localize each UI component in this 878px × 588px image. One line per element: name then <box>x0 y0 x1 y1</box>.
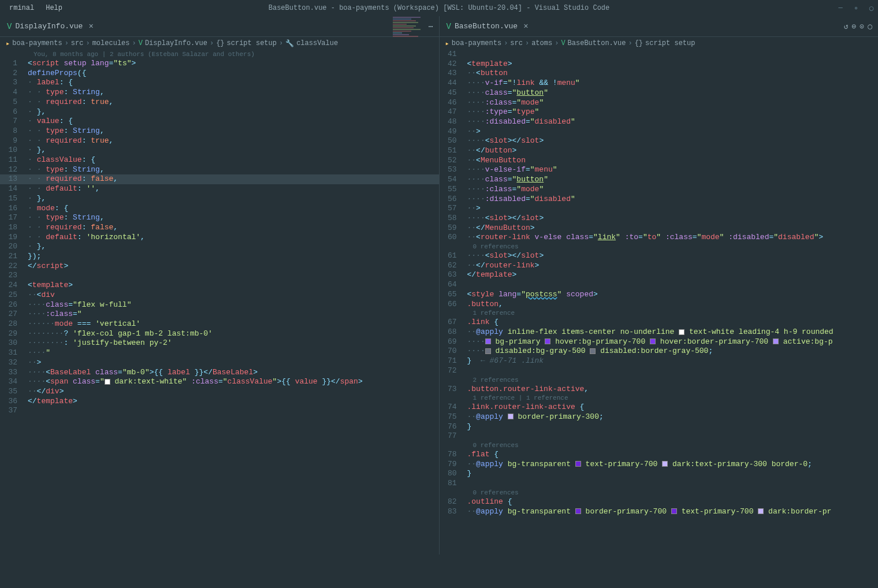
line-content[interactable]: .link.router-link-active { <box>467 403 879 412</box>
code-line[interactable]: 33····<BaseLabel class="mb-0">{{ label }… <box>0 368 439 378</box>
code-line[interactable]: 51··</button> <box>440 146 879 156</box>
code-line[interactable]: 32··> <box>0 358 439 368</box>
crumb-src[interactable]: src <box>71 39 84 47</box>
code-line[interactable]: 16· mode: { <box>0 204 439 214</box>
code-line[interactable]: 76} <box>440 422 879 432</box>
code-line[interactable]: 72 <box>440 366 879 376</box>
line-content[interactable]: .flat { <box>467 450 879 460</box>
line-content[interactable]: ····<slot></slot> <box>467 214 879 224</box>
code-line[interactable]: 21}); <box>0 252 439 262</box>
line-content[interactable]: · }, <box>28 194 439 204</box>
crumb-molecules[interactable]: molecules <box>92 39 130 47</box>
close-icon[interactable]: ◯ <box>869 4 873 13</box>
crumb-file[interactable]: DisplayInfo.vue <box>145 39 207 47</box>
line-content[interactable] <box>467 431 879 441</box>
code-line[interactable]: 50····<slot></slot> <box>440 136 879 146</box>
line-content[interactable]: ··> <box>467 127 879 137</box>
code-line[interactable]: 43··<button <box>440 69 879 79</box>
code-line[interactable]: 14· · default: '', <box>0 184 439 194</box>
codelens-references[interactable]: 1 reference | 1 reference <box>440 394 879 403</box>
line-content[interactable]: } ← #67-71 .link <box>467 356 879 366</box>
code-line[interactable]: 10· }, <box>0 146 439 155</box>
code-line[interactable]: 24<template> <box>0 281 439 291</box>
line-content[interactable]: · · type: String, <box>28 126 439 136</box>
line-content[interactable]: · label: { <box>28 78 439 88</box>
line-content[interactable]: · · required: false, <box>28 174 439 184</box>
line-content[interactable]: </template> <box>467 270 879 280</box>
line-content[interactable]: <template> <box>467 59 879 69</box>
line-content[interactable]: ··@apply bg-transparent border-primary-7… <box>467 507 879 517</box>
line-content[interactable]: ····class="button" <box>467 88 879 98</box>
code-line[interactable]: 17· · type: String, <box>0 213 439 223</box>
code-line[interactable]: 48····:disabled="disabled" <box>440 117 879 127</box>
code-line[interactable]: 1<script setup lang="ts"> <box>0 59 439 69</box>
code-line[interactable]: 42<template> <box>440 59 879 69</box>
code-line[interactable]: 56····:disabled="disabled" <box>440 195 879 204</box>
crumb-atoms[interactable]: atoms <box>531 39 552 47</box>
tab-close-icon[interactable]: × <box>523 22 528 31</box>
timeline-icon[interactable]: ↺ <box>844 22 849 31</box>
line-content[interactable]: ····<span class=" dark:text-white" :clas… <box>28 377 439 387</box>
line-content[interactable]: ····:disabled="disabled" <box>467 195 879 204</box>
code-line[interactable]: 60··<router-link v-else class="link" :to… <box>440 233 879 243</box>
line-content[interactable]: · · required: false, <box>28 223 439 233</box>
code-line[interactable]: 58····<slot></slot> <box>440 214 879 224</box>
code-line[interactable]: 52··<MenuButton <box>440 156 879 166</box>
menu-help[interactable]: Help <box>41 3 67 13</box>
line-content[interactable]: ····:class="mode" <box>467 98 879 108</box>
code-line[interactable]: 31····" <box>0 348 439 358</box>
code-line[interactable]: 34····<span class=" dark:text-white" :cl… <box>0 377 439 387</box>
code-line[interactable]: 68··@apply inline-flex items-center no-u… <box>440 328 879 337</box>
crumb-file[interactable]: BaseButton.vue <box>568 39 626 47</box>
code-line[interactable]: 7· value: { <box>0 117 439 126</box>
code-line[interactable]: 57··> <box>440 204 879 214</box>
more-icon[interactable]: ◯ <box>868 22 872 31</box>
line-content[interactable]: · }, <box>28 146 439 155</box>
tab-basebutton[interactable]: V BaseButton.vue × <box>440 16 536 36</box>
code-line[interactable]: 26····class="flex w-full" <box>0 300 439 310</box>
breadcrumb-left[interactable]: ▸ boa-payments› src› molecules› V Displa… <box>0 37 439 50</box>
line-content[interactable]: .button.router-link-active, <box>467 385 879 395</box>
line-content[interactable]: ····v-if="!link && !menu" <box>467 79 879 88</box>
line-content[interactable]: ··<div <box>28 291 439 300</box>
code-line[interactable]: 23 <box>0 271 439 281</box>
code-line[interactable]: 82.outline { <box>440 497 879 507</box>
line-content[interactable]: ··</MenuButton> <box>467 224 879 233</box>
codelens-references[interactable]: 0 references <box>440 243 879 251</box>
code-line[interactable]: 5· · required: true, <box>0 98 439 107</box>
line-content[interactable] <box>467 366 879 376</box>
crumb-project[interactable]: boa-payments <box>452 39 501 47</box>
crumb-classvalue[interactable]: classValue <box>296 39 338 47</box>
code-line[interactable]: 45····class="button" <box>440 88 879 98</box>
code-line[interactable]: 29········? 'flex-col gap-1 mb-2 last:mb… <box>0 329 439 339</box>
code-line[interactable]: 65<style lang="postcss" scoped> <box>440 290 879 300</box>
line-content[interactable]: </script> <box>28 262 439 271</box>
code-line[interactable]: 8· · type: String, <box>0 126 439 136</box>
code-line[interactable]: 61····<slot></slot> <box>440 251 879 261</box>
code-line[interactable]: 13· · required: false, <box>0 174 439 184</box>
line-content[interactable]: ····<slot></slot> <box>467 251 879 261</box>
line-content[interactable]: ····" <box>28 348 439 358</box>
line-content[interactable]: ········? 'flex-col gap-1 mb-2 last:mb-0… <box>28 329 439 339</box>
crumb-symbol[interactable]: script setup <box>645 39 695 47</box>
line-content[interactable]: ····:type="type" <box>467 107 879 117</box>
line-content[interactable]: ··> <box>467 204 879 214</box>
line-content[interactable]: · mode: { <box>28 204 439 214</box>
code-line[interactable]: 81 <box>440 479 879 489</box>
crumb-project[interactable]: boa-payments <box>12 39 62 47</box>
code-line[interactable]: 80} <box>440 469 879 479</box>
line-content[interactable]: ··<MenuButton <box>467 156 879 166</box>
line-content[interactable]: ··> <box>28 358 439 368</box>
line-content[interactable]: ··<button <box>467 69 879 79</box>
codelens-references[interactable]: 1 reference <box>440 309 879 318</box>
code-line[interactable]: 12· · type: String, <box>0 165 439 175</box>
line-content[interactable]: · · required: true, <box>28 98 439 107</box>
code-line[interactable]: 37 <box>0 406 439 416</box>
code-line[interactable]: 79··@apply bg-transparent text-primary-7… <box>440 460 879 470</box>
line-content[interactable]: ···· bg-primary hover:bg-primary-700 hov… <box>467 337 879 347</box>
crumb-src[interactable]: src <box>510 39 523 47</box>
code-line[interactable]: 64 <box>440 280 879 290</box>
code-line[interactable]: 55····:class="mode" <box>440 185 879 195</box>
line-content[interactable] <box>467 50 879 59</box>
line-content[interactable]: ··</router-link> <box>467 261 879 271</box>
